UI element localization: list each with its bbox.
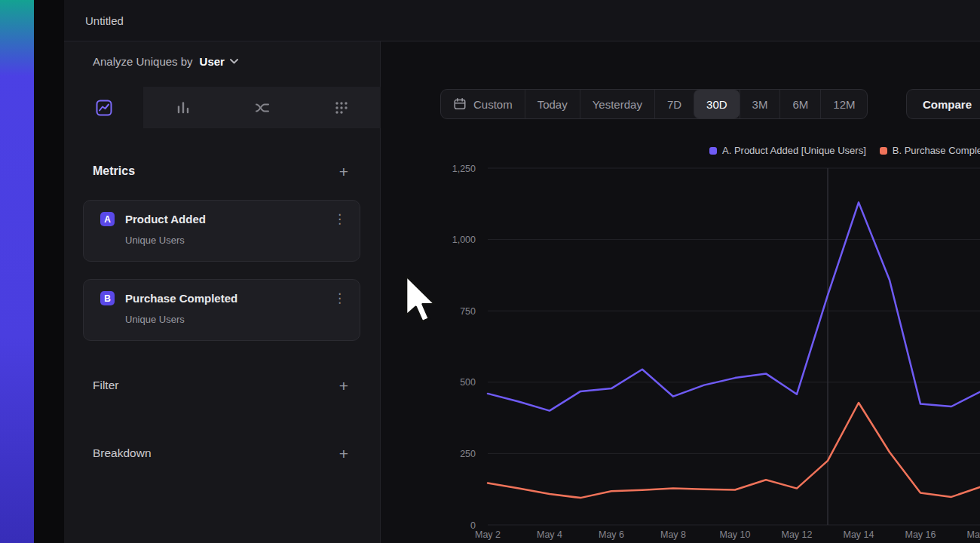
svg-text:750: 750	[460, 306, 476, 317]
background-gradient-strip	[0, 0, 34, 543]
svg-text:1,000: 1,000	[452, 235, 476, 245]
breakdown-section-header: Breakdown +	[93, 441, 351, 465]
report-type-tabs	[64, 87, 381, 128]
metric-card-a-row: A Product Added ⋮	[84, 201, 360, 226]
chart-panel: Custom Today Yesterday 7D 30D 3M 6M 12M …	[381, 41, 980, 543]
query-sidebar: Analyze Uniques by User	[64, 41, 381, 543]
line-chart-icon	[96, 100, 112, 116]
svg-text:May 6: May 6	[599, 529, 624, 540]
svg-text:May 10: May 10	[720, 529, 751, 540]
svg-text:1,250: 1,250	[452, 164, 476, 174]
retention-grid-icon	[333, 100, 350, 116]
analyze-by-row: Analyze Uniques by User	[93, 55, 238, 68]
metrics-heading: Metrics	[93, 164, 135, 178]
metric-measurement[interactable]: Unique Users	[84, 305, 360, 325]
metric-title: Purchase Completed	[125, 292, 320, 305]
report-title[interactable]: Untitled	[85, 14, 124, 27]
add-breakdown-button[interactable]: +	[336, 444, 351, 463]
tab-insights[interactable]	[64, 87, 143, 128]
metric-measurement[interactable]: Unique Users	[84, 226, 360, 246]
app-window: Untitled Analyze Uniques by User	[64, 0, 980, 543]
screen: Untitled Analyze Uniques by User	[0, 0, 980, 543]
metric-badge-b: B	[100, 291, 115, 305]
svg-text:May 18: May 18	[967, 529, 980, 540]
breakdown-heading: Breakdown	[93, 446, 152, 460]
tab-retention[interactable]	[302, 87, 381, 128]
svg-text:May 14: May 14	[844, 529, 874, 540]
tab-flows[interactable]	[222, 87, 302, 128]
analyze-by-label: Analyze Uniques by	[93, 55, 193, 68]
svg-text:May 12: May 12	[782, 529, 813, 540]
svg-text:250: 250	[460, 449, 476, 459]
metric-menu-icon[interactable]: ⋮	[330, 292, 349, 305]
metric-title: Product Added	[125, 213, 320, 225]
metric-badge-a: A	[100, 212, 115, 226]
analyze-by-select[interactable]: User	[200, 55, 238, 68]
flows-icon	[254, 100, 271, 116]
filter-heading: Filter	[93, 379, 118, 392]
metric-card-b-row: B Purchase Completed ⋮	[84, 280, 360, 305]
svg-text:500: 500	[460, 377, 476, 388]
svg-text:May 4: May 4	[537, 529, 562, 540]
svg-text:May 2: May 2	[475, 529, 501, 540]
chevron-down-icon	[230, 59, 238, 64]
bar-chart-icon	[175, 100, 191, 116]
svg-text:May 16: May 16	[905, 529, 936, 540]
metric-menu-icon[interactable]: ⋮	[330, 213, 349, 225]
line-chart[interactable]: 02505007501,0001,250May 2May 4May 6May 8…	[381, 41, 980, 543]
add-metric-button[interactable]: +	[336, 162, 351, 181]
metric-card-b[interactable]: B Purchase Completed ⋮ Unique Users	[83, 279, 360, 341]
tab-funnels[interactable]	[143, 87, 222, 128]
svg-text:May 8: May 8	[660, 529, 686, 540]
filter-section-header: Filter +	[93, 373, 351, 397]
metric-card-a[interactable]: A Product Added ⋮ Unique Users	[83, 200, 360, 262]
add-filter-button[interactable]: +	[336, 376, 351, 395]
background-gutter	[34, 0, 64, 543]
metrics-section-header: Metrics +	[93, 159, 351, 183]
topbar: Untitled	[64, 0, 980, 41]
analyze-by-value: User	[200, 55, 225, 68]
